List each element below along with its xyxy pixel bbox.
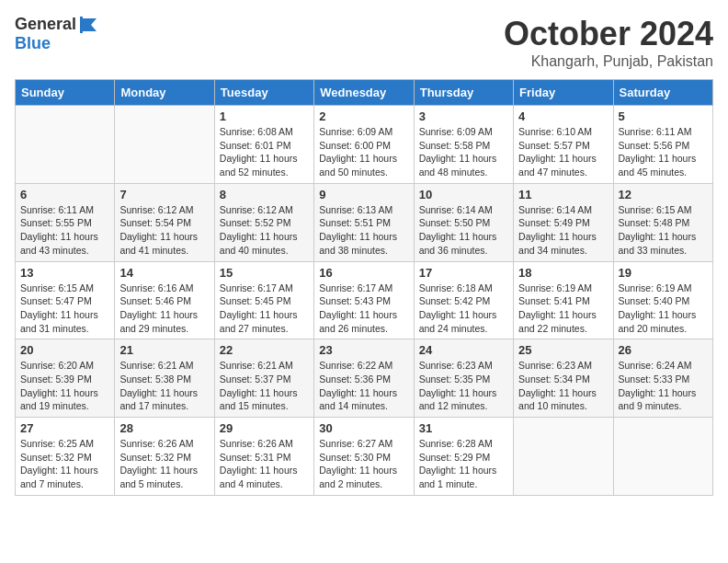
calendar-cell: 29Sunrise: 6:26 AMSunset: 5:31 PMDayligh… <box>214 418 313 496</box>
calendar-week-row: 13Sunrise: 6:15 AMSunset: 5:47 PMDayligh… <box>16 261 713 339</box>
day-number: 27 <box>20 421 109 435</box>
calendar-cell <box>514 418 613 496</box>
cell-info: Sunrise: 6:25 AMSunset: 5:32 PMDaylight:… <box>20 437 109 491</box>
cell-info: Sunrise: 6:23 AMSunset: 5:35 PMDaylight:… <box>419 359 508 413</box>
day-number: 6 <box>20 188 109 201</box>
cell-info: Sunrise: 6:13 AMSunset: 5:51 PMDaylight:… <box>319 203 408 258</box>
calendar-cell: 19Sunrise: 6:19 AMSunset: 5:40 PMDayligh… <box>613 261 712 339</box>
day-number: 15 <box>220 266 309 280</box>
day-number: 31 <box>419 421 508 435</box>
day-number: 17 <box>419 266 508 280</box>
calendar-cell: 16Sunrise: 6:17 AMSunset: 5:43 PMDayligh… <box>314 261 414 339</box>
title-area: October 2024 Khangarh, Punjab, Pakistan <box>504 15 713 70</box>
day-number: 11 <box>518 188 608 201</box>
logo: General Blue <box>15 15 98 53</box>
cell-info: Sunrise: 6:11 AMSunset: 5:56 PMDaylight:… <box>619 125 708 179</box>
calendar-cell: 18Sunrise: 6:19 AMSunset: 5:41 PMDayligh… <box>514 261 613 339</box>
day-number: 5 <box>619 109 708 123</box>
calendar-cell: 15Sunrise: 6:17 AMSunset: 5:45 PMDayligh… <box>214 261 313 339</box>
cell-info: Sunrise: 6:26 AMSunset: 5:31 PMDaylight:… <box>220 437 309 491</box>
logo-flag-icon <box>78 17 98 33</box>
calendar-cell: 22Sunrise: 6:21 AMSunset: 5:37 PMDayligh… <box>214 339 313 418</box>
logo-general-text: General <box>15 15 76 34</box>
day-number: 4 <box>518 109 608 123</box>
calendar-cell: 20Sunrise: 6:20 AMSunset: 5:39 PMDayligh… <box>16 339 115 418</box>
calendar-cell: 8Sunrise: 6:12 AMSunset: 5:52 PMDaylight… <box>214 183 313 261</box>
cell-info: Sunrise: 6:09 AMSunset: 6:00 PMDaylight:… <box>319 125 408 179</box>
cell-info: Sunrise: 6:19 AMSunset: 5:40 PMDaylight:… <box>619 282 708 336</box>
calendar-cell: 31Sunrise: 6:28 AMSunset: 5:29 PMDayligh… <box>414 418 513 496</box>
calendar-cell: 30Sunrise: 6:27 AMSunset: 5:30 PMDayligh… <box>314 418 414 496</box>
day-number: 12 <box>619 188 708 201</box>
cell-info: Sunrise: 6:12 AMSunset: 5:54 PMDaylight:… <box>119 203 209 258</box>
cell-info: Sunrise: 6:14 AMSunset: 5:49 PMDaylight:… <box>518 203 608 258</box>
cell-info: Sunrise: 6:19 AMSunset: 5:41 PMDaylight:… <box>518 282 608 336</box>
calendar-cell: 10Sunrise: 6:14 AMSunset: 5:50 PMDayligh… <box>414 183 513 261</box>
day-number: 13 <box>20 266 109 280</box>
cell-info: Sunrise: 6:08 AMSunset: 6:01 PMDaylight:… <box>220 125 309 179</box>
calendar-cell: 27Sunrise: 6:25 AMSunset: 5:32 PMDayligh… <box>16 418 115 496</box>
cell-info: Sunrise: 6:26 AMSunset: 5:32 PMDaylight:… <box>119 437 209 491</box>
cell-info: Sunrise: 6:14 AMSunset: 5:50 PMDaylight:… <box>419 203 508 258</box>
day-number: 10 <box>419 188 508 201</box>
calendar-table: SundayMondayTuesdayWednesdayThursdayFrid… <box>15 79 713 496</box>
header-sunday: Sunday <box>16 80 115 106</box>
cell-info: Sunrise: 6:16 AMSunset: 5:46 PMDaylight:… <box>119 282 209 336</box>
calendar-cell: 12Sunrise: 6:15 AMSunset: 5:48 PMDayligh… <box>613 183 712 261</box>
cell-info: Sunrise: 6:09 AMSunset: 5:58 PMDaylight:… <box>419 125 508 179</box>
day-number: 23 <box>319 343 408 357</box>
calendar-cell: 5Sunrise: 6:11 AMSunset: 5:56 PMDaylight… <box>613 106 712 184</box>
cell-info: Sunrise: 6:18 AMSunset: 5:42 PMDaylight:… <box>419 282 508 336</box>
day-number: 1 <box>220 109 309 123</box>
header-wednesday: Wednesday <box>314 80 414 106</box>
cell-info: Sunrise: 6:27 AMSunset: 5:30 PMDaylight:… <box>319 437 408 491</box>
header-monday: Monday <box>115 80 214 106</box>
day-number: 22 <box>220 343 309 357</box>
day-number: 3 <box>419 109 508 123</box>
calendar-cell: 7Sunrise: 6:12 AMSunset: 5:54 PMDaylight… <box>115 183 214 261</box>
header-friday: Friday <box>514 80 613 106</box>
page-header: General Blue October 2024 Khangarh, Punj… <box>15 15 713 70</box>
day-number: 16 <box>319 266 408 280</box>
calendar-cell: 13Sunrise: 6:15 AMSunset: 5:47 PMDayligh… <box>16 261 115 339</box>
calendar-header-row: SundayMondayTuesdayWednesdayThursdayFrid… <box>16 80 713 106</box>
calendar-cell: 23Sunrise: 6:22 AMSunset: 5:36 PMDayligh… <box>314 339 414 418</box>
day-number: 18 <box>518 266 608 280</box>
cell-info: Sunrise: 6:28 AMSunset: 5:29 PMDaylight:… <box>419 437 508 491</box>
cell-info: Sunrise: 6:12 AMSunset: 5:52 PMDaylight:… <box>220 203 309 258</box>
calendar-cell: 9Sunrise: 6:13 AMSunset: 5:51 PMDaylight… <box>314 183 414 261</box>
calendar-cell: 25Sunrise: 6:23 AMSunset: 5:34 PMDayligh… <box>514 339 613 418</box>
calendar-cell: 26Sunrise: 6:24 AMSunset: 5:33 PMDayligh… <box>613 339 712 418</box>
cell-info: Sunrise: 6:11 AMSunset: 5:55 PMDaylight:… <box>20 203 109 258</box>
cell-info: Sunrise: 6:20 AMSunset: 5:39 PMDaylight:… <box>20 359 109 413</box>
cell-info: Sunrise: 6:17 AMSunset: 5:45 PMDaylight:… <box>220 282 309 336</box>
day-number: 20 <box>20 343 109 357</box>
calendar-cell <box>613 418 712 496</box>
cell-info: Sunrise: 6:23 AMSunset: 5:34 PMDaylight:… <box>518 359 608 413</box>
calendar-cell <box>115 106 214 184</box>
calendar-week-row: 27Sunrise: 6:25 AMSunset: 5:32 PMDayligh… <box>16 418 713 496</box>
calendar-cell: 6Sunrise: 6:11 AMSunset: 5:55 PMDaylight… <box>16 183 115 261</box>
day-number: 8 <box>220 188 309 201</box>
svg-rect-1 <box>80 17 83 33</box>
day-number: 9 <box>319 188 408 201</box>
day-number: 21 <box>119 343 209 357</box>
cell-info: Sunrise: 6:21 AMSunset: 5:38 PMDaylight:… <box>119 359 209 413</box>
calendar-cell: 1Sunrise: 6:08 AMSunset: 6:01 PMDaylight… <box>214 106 313 184</box>
calendar-cell: 21Sunrise: 6:21 AMSunset: 5:38 PMDayligh… <box>115 339 214 418</box>
day-number: 19 <box>619 266 708 280</box>
calendar-cell: 14Sunrise: 6:16 AMSunset: 5:46 PMDayligh… <box>115 261 214 339</box>
day-number: 25 <box>518 343 608 357</box>
day-number: 29 <box>220 421 309 435</box>
calendar-cell: 3Sunrise: 6:09 AMSunset: 5:58 PMDaylight… <box>414 106 513 184</box>
location-subtitle: Khangarh, Punjab, Pakistan <box>504 53 713 70</box>
cell-info: Sunrise: 6:24 AMSunset: 5:33 PMDaylight:… <box>619 359 708 413</box>
day-number: 26 <box>619 343 708 357</box>
cell-info: Sunrise: 6:17 AMSunset: 5:43 PMDaylight:… <box>319 282 408 336</box>
calendar-cell: 24Sunrise: 6:23 AMSunset: 5:35 PMDayligh… <box>414 339 513 418</box>
day-number: 2 <box>319 109 408 123</box>
cell-info: Sunrise: 6:15 AMSunset: 5:48 PMDaylight:… <box>619 203 708 258</box>
calendar-cell: 2Sunrise: 6:09 AMSunset: 6:00 PMDaylight… <box>314 106 414 184</box>
month-title: October 2024 <box>504 15 713 53</box>
cell-info: Sunrise: 6:22 AMSunset: 5:36 PMDaylight:… <box>319 359 408 413</box>
